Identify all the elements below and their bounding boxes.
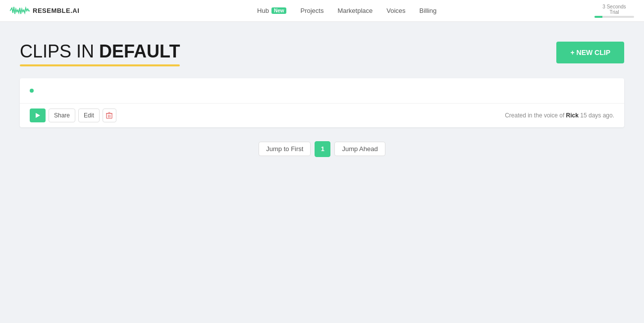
nav-projects[interactable]: Projects [300, 7, 323, 14]
svg-rect-1 [107, 113, 112, 118]
trial-progress-fill [594, 16, 602, 18]
navbar: RESEMBLE.AI Hub New Projects Marketplace… [0, 0, 644, 22]
logo[interactable]: RESEMBLE.AI [10, 6, 79, 16]
share-button[interactable]: Share [49, 108, 75, 122]
svg-marker-0 [36, 113, 40, 118]
nav-voices[interactable]: Voices [386, 7, 405, 14]
hub-badge: New [271, 7, 287, 14]
logo-text: RESEMBLE.AI [33, 7, 79, 14]
nav-hub[interactable]: Hub New [257, 7, 286, 14]
main-content: CLIPS IN DEFAULT + NEW CLIP Share Edit [0, 22, 644, 167]
trial-label: 3 Seconds [602, 4, 626, 9]
trial-info: 3 Seconds Trial [594, 4, 634, 18]
jump-to-first-button[interactable]: Jump to First [259, 142, 311, 156]
page-header: CLIPS IN DEFAULT + NEW CLIP [20, 42, 624, 66]
clip-status-dot [30, 89, 34, 93]
clip-content [20, 78, 624, 103]
page-title-block: CLIPS IN DEFAULT [20, 42, 180, 66]
logo-wave-icon [10, 6, 30, 16]
page-title: CLIPS IN DEFAULT [20, 42, 180, 61]
clip-meta: Created in the voice of Rick 15 days ago… [505, 112, 614, 119]
delete-button[interactable] [103, 108, 116, 122]
play-icon [35, 112, 41, 118]
current-page: 1 [315, 141, 330, 157]
jump-ahead-button[interactable]: Jump Ahead [334, 142, 385, 156]
nav-links: Hub New Projects Marketplace Voices Bill… [99, 7, 594, 14]
pagination: Jump to First 1 Jump Ahead [20, 141, 624, 157]
trash-icon [106, 112, 112, 119]
clip-footer: Share Edit Created in the voice of Rick … [20, 103, 624, 127]
edit-button[interactable]: Edit [78, 108, 100, 122]
nav-marketplace[interactable]: Marketplace [337, 7, 373, 14]
title-underline [20, 64, 180, 66]
new-clip-button[interactable]: + NEW CLIP [556, 42, 624, 63]
nav-billing[interactable]: Billing [420, 7, 437, 14]
clip-card: Share Edit Created in the voice of Rick … [20, 78, 624, 127]
trial-progress-bar [594, 16, 634, 18]
clip-actions: Share Edit [30, 108, 116, 122]
play-button[interactable] [30, 108, 46, 122]
trial-sublabel: Trial [609, 9, 619, 15]
